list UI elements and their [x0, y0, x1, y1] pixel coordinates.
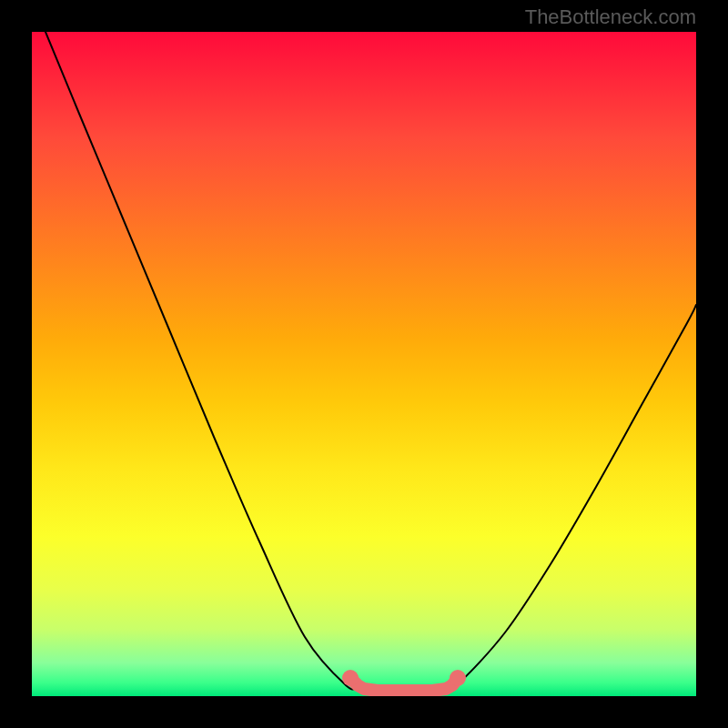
chart-svg: [32, 32, 696, 696]
chart-container: TheBottleneck.com: [0, 0, 728, 728]
bottleneck-curve: [46, 32, 696, 689]
curve-group: [46, 32, 696, 691]
watermark-text: TheBottleneck.com: [525, 5, 696, 29]
marker-dot: [342, 670, 359, 686]
marker-dot: [450, 670, 466, 686]
plot-area: [32, 32, 696, 696]
flat-zone-marker: [350, 678, 458, 691]
